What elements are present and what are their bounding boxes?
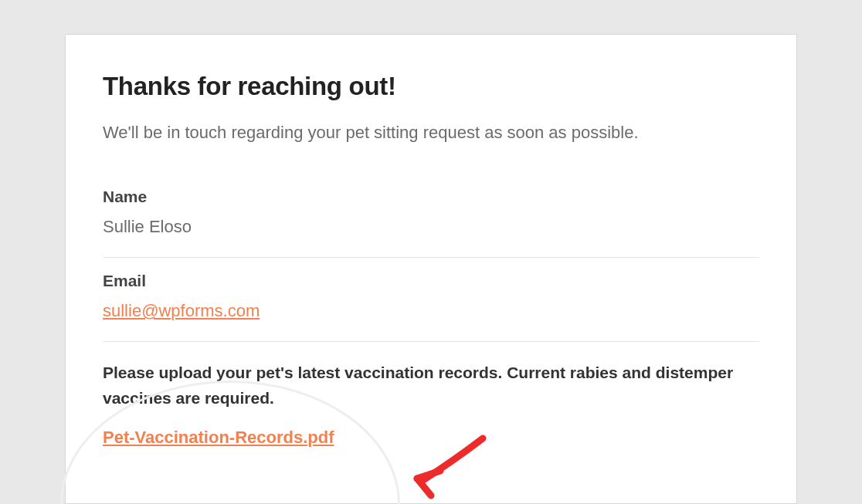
email-link[interactable]: sullie@wpforms.com [103, 301, 260, 320]
intro-text: We'll be in touch regarding your pet sit… [103, 123, 759, 143]
email-card: Thanks for reaching out! We'll be in tou… [65, 34, 797, 504]
email-label: Email [103, 272, 759, 290]
page-title: Thanks for reaching out! [103, 72, 759, 101]
field-upload: Please upload your pet's latest vaccinat… [103, 342, 759, 468]
upload-filename-wrap: Pet-Vaccination-Records.pdf [103, 428, 759, 448]
attachment-link[interactable]: Pet-Vaccination-Records.pdf [103, 428, 334, 447]
name-value: Sullie Eloso [103, 217, 759, 237]
field-name: Name Sullie Eloso [103, 174, 759, 258]
email-value: sullie@wpforms.com [103, 301, 759, 321]
name-label: Name [103, 188, 759, 206]
field-email: Email sullie@wpforms.com [103, 258, 759, 342]
upload-label: Please upload your pet's latest vaccinat… [103, 360, 759, 411]
